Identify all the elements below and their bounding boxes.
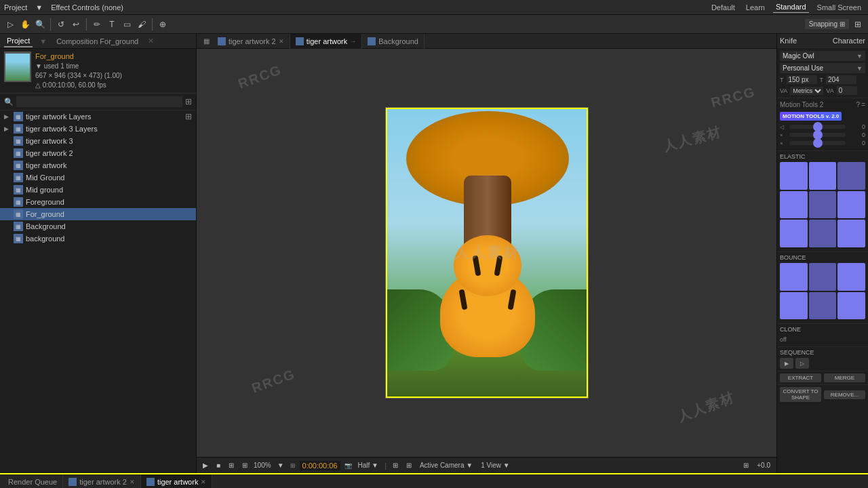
bounce-preset-3[interactable] <box>837 263 865 291</box>
list-item[interactable]: ▦ tiger artwork 2 <box>0 147 196 159</box>
comp-tab-bg[interactable]: Background <box>362 34 425 49</box>
layer-type-icon: ▦ <box>14 148 23 158</box>
shape-tool-icon[interactable]: ▭ <box>121 18 133 30</box>
comp-tab-tiger[interactable]: tiger artwork → <box>290 34 363 49</box>
layer-name: Mid ground <box>26 186 63 194</box>
bounce-preset-2[interactable] <box>809 263 837 291</box>
undo-icon[interactable]: ↩ <box>70 18 82 30</box>
render-queue-tab[interactable]: Render Queue <box>3 474 63 489</box>
merge-button[interactable]: MERGE <box>824 373 865 382</box>
snapping-icon: ⊞ <box>840 20 845 28</box>
list-item[interactable]: ▦ For_ground <box>0 208 196 220</box>
convert-to-shape-button[interactable]: CONVERT TO SHAPE <box>780 387 821 402</box>
bounce-preset-6[interactable] <box>837 292 865 320</box>
elastic-preset-5[interactable] <box>809 191 837 219</box>
list-item[interactable]: ▦ tiger artwork 3 <box>0 135 196 147</box>
elastic-preset-1[interactable] <box>780 162 808 190</box>
character-tab[interactable]: Character <box>833 37 865 45</box>
selection-tool-icon[interactable]: ▷ <box>4 18 16 30</box>
stop-button[interactable]: ■ <box>214 461 222 470</box>
comp-tab-tiger2[interactable]: tiger artwork 2 ✕ <box>212 34 290 49</box>
seq-btn-1[interactable]: ▶ <box>780 358 793 369</box>
project-menu[interactable]: Project <box>4 3 27 12</box>
list-item[interactable]: ▦ background <box>0 232 196 245</box>
render-icon[interactable]: ⊞ <box>404 461 414 470</box>
list-item[interactable]: ▦ Background <box>0 220 196 232</box>
zoom-tool-icon[interactable]: 🔍 <box>34 18 46 30</box>
workspace-default[interactable]: Default <box>709 2 738 13</box>
workspace-learn[interactable]: Learn <box>743 2 768 13</box>
list-item[interactable]: ▦ Mid Ground <box>0 171 196 184</box>
close-tab-icon[interactable]: ✕ <box>279 38 284 45</box>
timeline-tab-tiger2[interactable]: tiger artwork 2 ✕ <box>63 474 141 489</box>
font-selector[interactable]: Magic Owl ▼ <box>780 51 865 61</box>
list-item[interactable]: ▶ ▦ tiger artwork 3 Layers <box>0 123 196 135</box>
timecode-display[interactable]: 0:00:00:06 <box>300 461 340 470</box>
mt-help-btn[interactable]: ? <box>856 101 861 108</box>
remove-button[interactable]: REMOVE... <box>824 390 865 399</box>
grid-options[interactable]: ⊞ <box>741 461 751 470</box>
bounce-preset-1[interactable] <box>780 263 808 291</box>
elastic-preset-7[interactable] <box>780 220 808 247</box>
text-tool-icon[interactable]: T <box>106 18 118 30</box>
font-size-input[interactable] <box>787 75 817 84</box>
view-count-dropdown[interactable]: 1 View ▼ <box>479 461 512 470</box>
slider-thumb-3[interactable] <box>813 138 823 148</box>
close-tab-icon[interactable]: ✕ <box>201 479 206 485</box>
font-size-input2[interactable] <box>826 75 856 84</box>
project-tab[interactable]: Project <box>4 35 33 47</box>
zoom-dropdown[interactable]: ▼ <box>275 461 286 470</box>
seq-btn-2[interactable]: ▷ <box>795 358 809 369</box>
extract-section: EXTRACT MERGE <box>777 371 868 385</box>
composition-tab-left[interactable]: Composition For_ground <box>54 36 141 47</box>
hand-tool-icon[interactable]: ✋ <box>19 18 31 30</box>
elastic-preset-9[interactable] <box>837 220 865 247</box>
metrics-row: VA Metrics VA <box>780 86 865 95</box>
rotate-icon[interactable]: ↺ <box>55 18 67 30</box>
effect-controls-menu[interactable]: Effect Controls (none) <box>51 3 123 12</box>
brush-tool-icon[interactable]: 🖌 <box>136 18 148 30</box>
knife-tab[interactable]: Knife <box>780 37 833 45</box>
grid-icon[interactable]: ⊞ <box>852 18 864 30</box>
list-item[interactable]: ▶ ▦ tiger artwork Layers ⊞ <box>0 110 196 123</box>
elastic-preset-4[interactable] <box>780 191 808 219</box>
timeline-tab-tiger[interactable]: tiger artwork ✕ <box>141 474 213 489</box>
list-item[interactable]: ▦ Foreground <box>0 196 196 208</box>
slider-row-2: × 0 <box>780 131 865 138</box>
preview-icon[interactable]: ⊞ <box>391 461 400 470</box>
active-camera-dropdown[interactable]: Active Camera ▼ <box>418 461 475 470</box>
add-layer-icon[interactable]: ⊞ <box>185 97 192 106</box>
project-menu-arrow[interactable]: ▼ <box>35 3 43 12</box>
elastic-preset-2[interactable] <box>809 162 837 190</box>
layer-options-icon[interactable]: ⊞ <box>185 112 192 121</box>
list-item[interactable]: ▦ tiger artwork <box>0 159 196 171</box>
snapping-button[interactable]: Snapping ⊞ <box>805 19 849 29</box>
comp-settings-icon[interactable]: ⊞ <box>240 461 250 470</box>
bounce-preset-4[interactable] <box>780 292 808 320</box>
frame-back-icon[interactable]: ⊞ <box>226 461 236 470</box>
metrics-select[interactable]: Metrics <box>790 87 823 95</box>
mt-menu-btn[interactable]: = <box>861 101 865 108</box>
close-tab-icon[interactable]: ✕ <box>130 479 135 485</box>
workspace-small[interactable]: Small Screen <box>814 2 864 13</box>
list-item[interactable]: ▦ Mid ground <box>0 184 196 196</box>
bounce-preset-5[interactable] <box>809 292 837 320</box>
pen-tool-icon[interactable]: ✏ <box>91 18 103 30</box>
tracking-input[interactable] <box>837 86 857 95</box>
anchor-tool-icon[interactable]: ⊕ <box>157 18 169 30</box>
elastic-preset-6[interactable] <box>837 191 865 219</box>
elastic-preset-3[interactable] <box>837 162 865 190</box>
slider-track-2[interactable] <box>789 133 846 137</box>
play-button[interactable]: ▶ <box>201 461 210 470</box>
extract-button[interactable]: EXTRACT <box>780 373 821 382</box>
quality-dropdown[interactable]: Half ▼ <box>356 461 380 470</box>
slider-track-1[interactable] <box>789 125 846 129</box>
layer-type-icon: ▦ <box>14 124 23 134</box>
search-input[interactable] <box>16 96 182 107</box>
slider-track-3[interactable] <box>789 141 846 145</box>
font-style-selector[interactable]: Personal Use ▼ <box>780 63 865 73</box>
convert-row: CONVERT TO SHAPE REMOVE... <box>780 387 865 402</box>
workspace-standard[interactable]: Standard <box>773 1 809 13</box>
elastic-preset-8[interactable] <box>809 220 837 247</box>
close-tab-icon[interactable]: → <box>350 38 356 45</box>
